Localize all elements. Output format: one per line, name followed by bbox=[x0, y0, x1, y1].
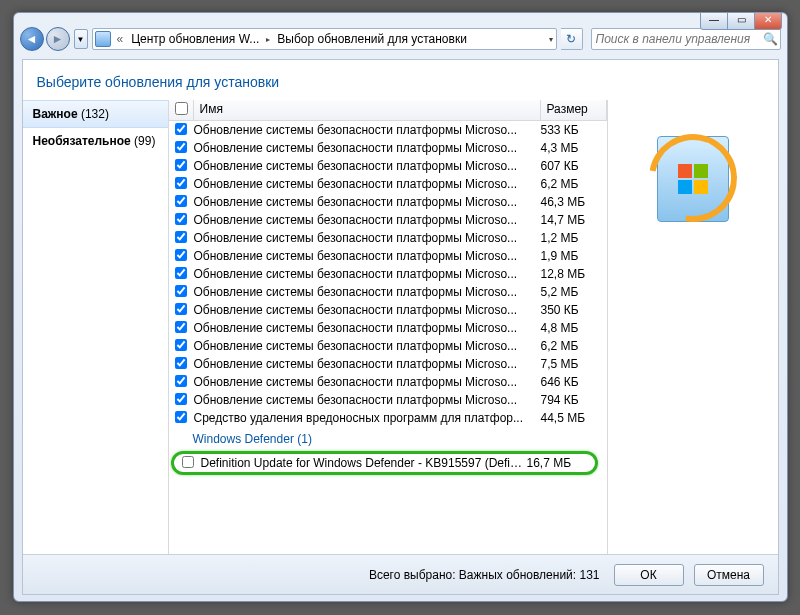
ok-button[interactable]: ОК bbox=[614, 564, 684, 586]
update-name: Обновление системы безопасности платформ… bbox=[194, 213, 541, 227]
breadcrumb-root-sep: « bbox=[113, 32, 128, 46]
update-size: 16,7 МБ bbox=[527, 456, 593, 470]
window-controls: — ▭ ✕ bbox=[701, 12, 782, 30]
update-size: 533 КБ bbox=[541, 123, 607, 137]
update-row[interactable]: Обновление системы безопасности платформ… bbox=[169, 337, 607, 355]
update-checkbox[interactable] bbox=[175, 231, 187, 243]
update-row[interactable]: Обновление системы безопасности платформ… bbox=[169, 139, 607, 157]
search-box[interactable]: 🔍 bbox=[591, 28, 781, 50]
update-checkbox[interactable] bbox=[175, 267, 187, 279]
update-row[interactable]: Обновление системы безопасности платформ… bbox=[169, 373, 607, 391]
select-all-checkbox[interactable] bbox=[169, 100, 194, 120]
update-size: 646 КБ bbox=[541, 375, 607, 389]
group-header-defender[interactable]: Windows Defender (1) bbox=[169, 427, 607, 449]
category-sidebar: Важное (132)Необязательное (99) bbox=[23, 100, 169, 554]
update-row[interactable]: Обновление системы безопасности платформ… bbox=[169, 355, 607, 373]
cancel-button[interactable]: Отмена bbox=[694, 564, 764, 586]
address-bar[interactable]: « Центр обновления W... ▸ Выбор обновлен… bbox=[92, 28, 557, 50]
update-name: Обновление системы безопасности платформ… bbox=[194, 159, 541, 173]
update-name: Обновление системы безопасности платформ… bbox=[194, 267, 541, 281]
sidebar-item-0[interactable]: Важное (132) bbox=[23, 100, 168, 128]
breadcrumb-root[interactable]: Центр обновления W... bbox=[127, 32, 263, 46]
update-size: 14,7 МБ bbox=[541, 213, 607, 227]
address-bar-dropdown[interactable]: ▾ bbox=[546, 35, 556, 44]
update-checkbox[interactable] bbox=[182, 456, 194, 468]
update-row[interactable]: Обновление системы безопасности платформ… bbox=[169, 247, 607, 265]
update-row[interactable]: Обновление системы безопасности платформ… bbox=[169, 175, 607, 193]
updates-list[interactable]: Обновление системы безопасности платформ… bbox=[169, 121, 607, 554]
update-size: 6,2 МБ bbox=[541, 177, 607, 191]
update-name: Обновление системы безопасности платформ… bbox=[194, 141, 541, 155]
update-checkbox[interactable] bbox=[175, 123, 187, 135]
minimize-button[interactable]: — bbox=[700, 12, 728, 30]
update-checkbox[interactable] bbox=[175, 285, 187, 297]
update-size: 794 КБ bbox=[541, 393, 607, 407]
update-checkbox[interactable] bbox=[175, 393, 187, 405]
sidebar-item-1[interactable]: Необязательное (99) bbox=[23, 128, 168, 154]
updates-list-panel: Имя Размер Обновление системы безопаснос… bbox=[169, 100, 608, 554]
update-name: Обновление системы безопасности платформ… bbox=[194, 285, 541, 299]
update-checkbox[interactable] bbox=[175, 249, 187, 261]
column-name[interactable]: Имя bbox=[194, 100, 541, 120]
update-row[interactable]: Обновление системы безопасности платформ… bbox=[169, 391, 607, 409]
update-name: Definition Update for Windows Defender -… bbox=[201, 456, 527, 470]
update-checkbox[interactable] bbox=[175, 159, 187, 171]
breadcrumb-current[interactable]: Выбор обновлений для установки bbox=[273, 32, 471, 46]
update-name: Обновление системы безопасности платформ… bbox=[194, 231, 541, 245]
update-name: Обновление системы безопасности платформ… bbox=[194, 195, 541, 209]
update-size: 350 КБ bbox=[541, 303, 607, 317]
nav-history-dropdown[interactable]: ▼ bbox=[74, 29, 88, 49]
search-input[interactable] bbox=[592, 32, 762, 46]
update-size: 4,8 МБ bbox=[541, 321, 607, 335]
update-name: Средство удаления вредоносных программ д… bbox=[194, 411, 541, 425]
update-row[interactable]: Средство удаления вредоносных программ д… bbox=[169, 409, 607, 427]
update-checkbox[interactable] bbox=[175, 213, 187, 225]
breadcrumb-sep-icon: ▸ bbox=[263, 35, 273, 44]
update-row[interactable]: Definition Update for Windows Defender -… bbox=[176, 454, 593, 472]
update-row[interactable]: Обновление системы безопасности платформ… bbox=[169, 229, 607, 247]
update-row[interactable]: Обновление системы безопасности платформ… bbox=[169, 319, 607, 337]
control-panel-icon bbox=[95, 31, 111, 47]
maximize-button[interactable]: ▭ bbox=[727, 12, 755, 30]
nav-back-button[interactable]: ◄ bbox=[20, 27, 44, 51]
nav-bar: ◄ ► ▼ « Центр обновления W... ▸ Выбор об… bbox=[14, 23, 787, 55]
update-checkbox[interactable] bbox=[175, 411, 187, 423]
update-name: Обновление системы безопасности платформ… bbox=[194, 249, 541, 263]
update-name: Обновление системы безопасности платформ… bbox=[194, 357, 541, 371]
update-size: 1,9 МБ bbox=[541, 249, 607, 263]
page-title: Выберите обновления для установки bbox=[23, 60, 778, 100]
update-name: Обновление системы безопасности платформ… bbox=[194, 393, 541, 407]
update-row[interactable]: Обновление системы безопасности платформ… bbox=[169, 211, 607, 229]
update-checkbox[interactable] bbox=[175, 303, 187, 315]
footer-bar: Всего выбрано: Важных обновлений: 131 ОК… bbox=[23, 554, 778, 594]
update-checkbox[interactable] bbox=[175, 357, 187, 369]
update-size: 46,3 МБ bbox=[541, 195, 607, 209]
update-name: Обновление системы безопасности платформ… bbox=[194, 177, 541, 191]
update-size: 12,8 МБ bbox=[541, 267, 607, 281]
update-checkbox[interactable] bbox=[175, 177, 187, 189]
column-headers: Имя Размер bbox=[169, 100, 607, 121]
refresh-button[interactable]: ↻ bbox=[561, 28, 583, 50]
highlighted-defender-row: Definition Update for Windows Defender -… bbox=[171, 451, 598, 475]
nav-forward-button[interactable]: ► bbox=[46, 27, 70, 51]
update-size: 4,3 МБ bbox=[541, 141, 607, 155]
update-row[interactable]: Обновление системы безопасности платформ… bbox=[169, 121, 607, 139]
update-checkbox[interactable] bbox=[175, 321, 187, 333]
update-row[interactable]: Обновление системы безопасности платформ… bbox=[169, 301, 607, 319]
update-row[interactable]: Обновление системы безопасности платформ… bbox=[169, 157, 607, 175]
details-pane bbox=[608, 100, 778, 554]
selection-summary: Всего выбрано: Важных обновлений: 131 bbox=[369, 568, 600, 582]
update-row[interactable]: Обновление системы безопасности платформ… bbox=[169, 193, 607, 211]
update-row[interactable]: Обновление системы безопасности платформ… bbox=[169, 283, 607, 301]
close-button[interactable]: ✕ bbox=[754, 12, 782, 30]
select-updates-window: — ▭ ✕ ◄ ► ▼ « Центр обновления W... ▸ Вы… bbox=[13, 12, 788, 602]
update-checkbox[interactable] bbox=[175, 195, 187, 207]
update-size: 7,5 МБ bbox=[541, 357, 607, 371]
update-checkbox[interactable] bbox=[175, 375, 187, 387]
update-checkbox[interactable] bbox=[175, 141, 187, 153]
update-name: Обновление системы безопасности платформ… bbox=[194, 123, 541, 137]
update-checkbox[interactable] bbox=[175, 339, 187, 351]
column-size[interactable]: Размер bbox=[541, 100, 607, 120]
update-row[interactable]: Обновление системы безопасности платформ… bbox=[169, 265, 607, 283]
update-size: 1,2 МБ bbox=[541, 231, 607, 245]
